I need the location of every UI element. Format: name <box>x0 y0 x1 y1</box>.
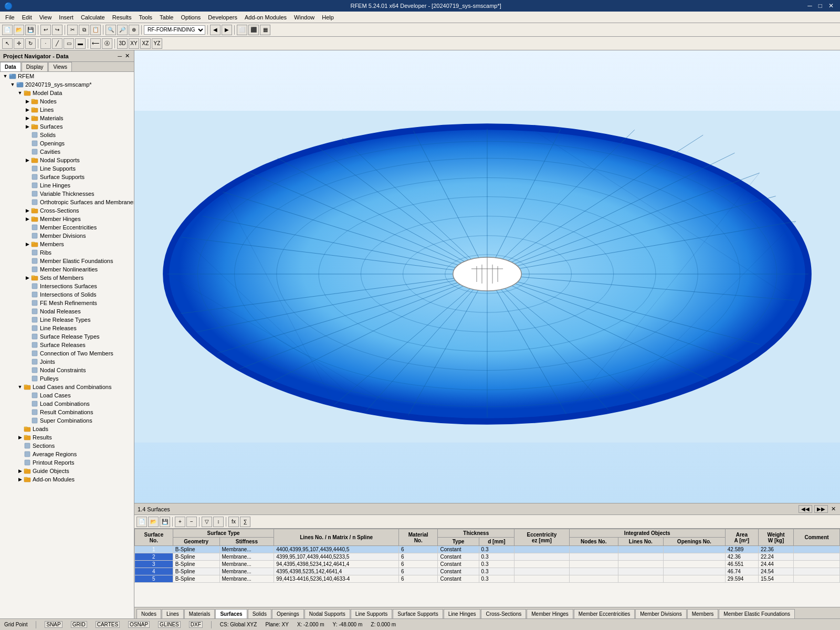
tree-item-rfem[interactable]: ▼RFEM <box>0 72 134 80</box>
menu-edit[interactable]: Edit <box>19 13 35 22</box>
open-btn[interactable]: 📂 <box>14 25 24 35</box>
table-cell[interactable]: 0.3 <box>479 561 514 568</box>
menu-results[interactable]: Results <box>109 13 135 22</box>
tree-toggle-guide-objects[interactable]: ▶ <box>17 468 23 474</box>
zoom-fit-btn[interactable]: ⊕ <box>129 25 139 35</box>
grid-status[interactable]: GRID <box>71 621 87 628</box>
table-cell[interactable]: 6 <box>398 546 438 553</box>
tree-item-sets-of-members[interactable]: ▶Sets of Members <box>0 274 134 282</box>
table-cell[interactable] <box>569 568 618 575</box>
select-btn[interactable]: ↖ <box>2 38 13 49</box>
tree-item-member-eccentricities[interactable]: Member Eccentricities <box>0 223 134 232</box>
tree-item-surface-releases[interactable]: Surface Releases <box>0 341 134 349</box>
table-save-btn[interactable]: 💾 <box>160 517 170 527</box>
tree-item-load-cases-item[interactable]: Load Cases <box>0 391 134 400</box>
table-cell[interactable]: Membrane... <box>219 575 274 583</box>
table-cell[interactable] <box>794 553 840 561</box>
view-xz-btn[interactable]: XZ <box>140 38 151 49</box>
table-cell[interactable] <box>569 546 618 553</box>
surface-btn[interactable]: ▭ <box>64 38 74 49</box>
tree-item-guide-objects[interactable]: ▶Guide Objects <box>0 467 134 475</box>
tree-toggle-add-on-modules[interactable]: ▶ <box>17 477 23 482</box>
tree-item-lines[interactable]: ▶Lines <box>0 106 134 114</box>
table-cell[interactable] <box>514 561 570 568</box>
table-cell[interactable]: 15.54 <box>758 575 793 583</box>
tree-item-member-divisions[interactable]: Member Divisions <box>0 232 134 240</box>
tree-item-nodal-constraints[interactable]: Nodal Constraints <box>0 366 134 374</box>
annot-btn[interactable]: Ⓐ <box>102 38 112 49</box>
table-cell[interactable]: 0.3 <box>479 553 514 561</box>
tree-item-joints[interactable]: Joints <box>0 358 134 366</box>
table-cell[interactable] <box>663 553 725 561</box>
node-btn[interactable]: · <box>40 38 51 49</box>
table-cell[interactable] <box>514 568 570 575</box>
tree-item-member-elastic[interactable]: Member Elastic Foundations <box>0 257 134 265</box>
table-cell[interactable]: Membrane... <box>219 546 274 553</box>
table-cell[interactable]: 6 <box>398 568 438 575</box>
table-cell[interactable]: 6 <box>398 553 438 561</box>
tab-views[interactable]: Views <box>48 62 72 71</box>
table-tab-bar[interactable]: NodesLinesMaterialsSurfacesSolidsOpening… <box>134 607 840 618</box>
menu-calculate[interactable]: Calculate <box>78 13 108 22</box>
tree-item-sections[interactable]: Sections <box>0 442 134 450</box>
cut-btn[interactable]: ✂ <box>67 25 78 35</box>
solid-btn[interactable]: ▬ <box>75 38 86 49</box>
nav-prev[interactable]: ◀ <box>210 25 220 35</box>
tab-openings[interactable]: Openings <box>272 609 304 618</box>
tree-item-connection-two-members[interactable]: Connection of Two Members <box>0 349 134 358</box>
tree-item-members[interactable]: ▶Members <box>0 240 134 248</box>
copy-btn[interactable]: ⧉ <box>79 25 89 35</box>
table-del-row-btn[interactable]: − <box>186 517 197 527</box>
table-row[interactable]: 2B-SplineMembrane...4399,95,107,4439,444… <box>135 553 840 561</box>
tab-surfaces[interactable]: Surfaces <box>215 609 247 618</box>
zoom-in-btn[interactable]: 🔍 <box>106 25 116 35</box>
scroll-right-btn[interactable]: ▶▶ <box>814 505 828 513</box>
paste-btn[interactable]: 📋 <box>90 25 101 35</box>
table-cell[interactable]: 42.36 <box>725 553 758 561</box>
formula-btn[interactable]: ∑ <box>240 517 250 527</box>
table-cell[interactable] <box>663 561 725 568</box>
tree-item-result-combinations[interactable]: Result Combinations <box>0 408 134 416</box>
zoom-out-btn[interactable]: 🔎 <box>117 25 128 35</box>
table-cell[interactable]: Membrane... <box>219 568 274 575</box>
table-cell[interactable]: 6 <box>398 561 438 568</box>
table-cell[interactable]: Membrane... <box>219 553 274 561</box>
tree-toggle-nodes[interactable]: ▶ <box>24 99 30 104</box>
table-row[interactable]: 1B-SplineMembrane...4400,4399,95,107,443… <box>135 546 840 553</box>
menu-window[interactable]: Window <box>291 13 318 22</box>
tree-item-model-data[interactable]: ▼Model Data <box>0 89 134 97</box>
table-cell[interactable]: B-Spline <box>173 561 219 568</box>
table-cell[interactable]: B-Spline <box>173 546 219 553</box>
tab-materials[interactable]: Materials <box>184 609 215 618</box>
tree-item-member-nonlinearities[interactable]: Member Nonlinearities <box>0 265 134 274</box>
tree-toggle-load-cases[interactable]: ▼ <box>17 384 23 390</box>
table-cell[interactable]: Constant <box>438 553 479 561</box>
scroll-left-btn[interactable]: ◀◀ <box>799 505 812 513</box>
table-cell[interactable] <box>794 568 840 575</box>
menu-options[interactable]: Options <box>177 13 204 22</box>
tree-toggle-results[interactable]: ▶ <box>17 435 23 440</box>
table-cell[interactable] <box>569 575 618 583</box>
tree-item-load-cases[interactable]: ▼Load Cases and Combinations <box>0 383 134 391</box>
tree-item-surface-release-types[interactable]: Surface Release Types <box>0 332 134 341</box>
table-cell[interactable]: 46.551 <box>725 561 758 568</box>
tab-display[interactable]: Display <box>22 62 48 71</box>
tree-item-line-releases[interactable]: Line Releases <box>0 324 134 332</box>
tree-toggle-nodal-supports[interactable]: ▶ <box>24 158 30 163</box>
tree-item-pulleys[interactable]: Pulleys <box>0 374 134 383</box>
tree-item-ribs[interactable]: Ribs <box>0 248 134 257</box>
tree-toggle-cross-sections[interactable]: ▶ <box>24 208 30 213</box>
tree-item-member-hinges[interactable]: ▶Member Hinges <box>0 215 134 223</box>
tab-surface-supports[interactable]: Surface Supports <box>393 609 443 618</box>
tree-item-nodal-supports[interactable]: ▶Nodal Supports <box>0 156 134 164</box>
table-cell[interactable]: 99,4413-4416,5236,140,4633-4 <box>274 575 399 583</box>
maximize-button[interactable]: □ <box>816 2 824 9</box>
tree-item-intersections-solids[interactable]: Intersections of Solids <box>0 290 134 299</box>
tree-item-average-regions[interactable]: Average Regions <box>0 450 134 458</box>
table-cell[interactable]: 6 <box>398 575 438 583</box>
3d-viewport[interactable] <box>134 50 840 503</box>
tree-item-materials[interactable]: ▶Materials <box>0 114 134 122</box>
table-new-btn[interactable]: 📄 <box>136 517 147 527</box>
save-btn[interactable]: 💾 <box>25 25 36 35</box>
tree-item-intersections-surfaces[interactable]: Intersections Surfaces <box>0 282 134 290</box>
